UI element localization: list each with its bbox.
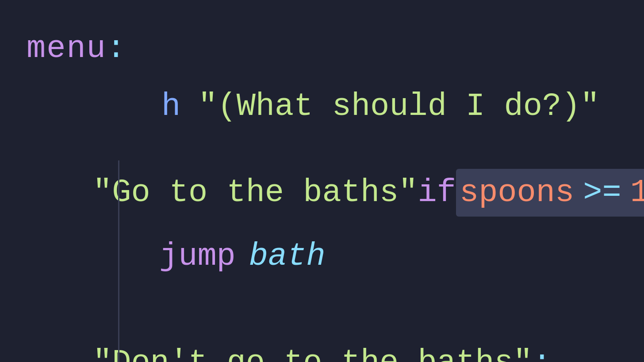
keyword-jump: jump: [159, 234, 236, 279]
code-editor: menu: h "(What should I do?)" "Go to the…: [0, 0, 644, 362]
colon-dont: :: [533, 341, 552, 362]
string-what-should: "(What should I do?)": [198, 84, 599, 129]
keyword-if: if: [418, 171, 456, 215]
number-1: 1: [630, 171, 644, 215]
command-h: h: [161, 84, 180, 129]
colon-menu: :: [107, 27, 126, 71]
highlight-condition: spoons >= 1: [456, 169, 644, 217]
string-go-to-baths: "Go to the baths": [93, 171, 418, 215]
variable-spoons: spoons: [460, 171, 574, 215]
line-jump: jump bath: [27, 234, 644, 279]
label-bath: bath: [249, 234, 326, 279]
operator-gte: >=: [583, 171, 621, 215]
string-dont-go: "Don't go to the baths": [93, 341, 533, 362]
code-area: menu: h "(What should I do?)" "Go to the…: [27, 27, 644, 362]
keyword-menu: menu: [27, 27, 107, 71]
line-h: h "(What should I do?)": [27, 84, 644, 129]
line-menu: menu:: [27, 27, 644, 71]
